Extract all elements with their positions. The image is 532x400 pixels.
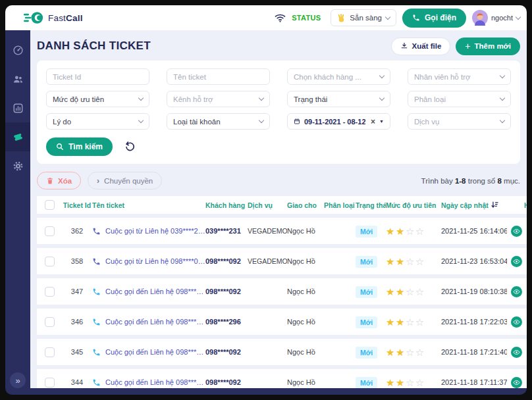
priority-stars: ★★☆☆ [386, 378, 441, 388]
add-new-button[interactable]: + Thêm mới [456, 38, 520, 55]
view-ticket-button[interactable] [511, 256, 522, 267]
customer-phone-link[interactable]: 039****231 [205, 227, 248, 235]
export-file-button[interactable]: Xuất file [391, 38, 451, 55]
filter-category-select[interactable]: Phân loại [408, 91, 511, 107]
fastcall-logo-icon [24, 11, 43, 24]
main-content: DANH SÁCH TICKET Xuất file + Thêm mới [30, 30, 527, 388]
filter-ticket-name-input[interactable] [167, 68, 270, 85]
sidebar-item-tickets[interactable] [5, 122, 30, 151]
col-customer: Khách hàng [205, 201, 248, 209]
gauge-icon [13, 45, 24, 56]
call-direction-phone-icon [92, 378, 101, 387]
priority-stars: ★★☆☆ [386, 226, 441, 236]
star-filled-icon: ★ [386, 317, 396, 327]
delete-button[interactable]: Xóa [37, 172, 81, 189]
ticket-id-cell: 362 [62, 227, 92, 235]
sidebar-item-settings[interactable] [5, 151, 30, 180]
row-checkbox[interactable] [45, 347, 55, 357]
filter-service-select[interactable]: Dịch vụ [408, 113, 511, 130]
clear-icon[interactable]: × [371, 117, 375, 126]
customer-phone-link[interactable]: 098****092 [205, 257, 248, 265]
filter-priority-select[interactable]: Mức độ ưu tiên [46, 91, 149, 107]
download-icon [400, 42, 408, 50]
logo-text: FastCall [48, 13, 83, 23]
fastcall-logo[interactable]: FastCall [24, 11, 83, 24]
star-filled-icon: ★ [386, 287, 396, 297]
star-empty-icon: ☆ [415, 378, 425, 388]
table-row: 362 Cuộc gọi từ Liên hệ 039****231 039**… [37, 218, 527, 244]
filter-account-type-select[interactable]: Loại tài khoản [167, 113, 270, 130]
view-ticket-button[interactable] [511, 226, 522, 237]
star-empty-icon: ☆ [406, 257, 415, 266]
status-badge: Mới [356, 316, 377, 328]
ticket-id-cell: 358 [62, 257, 92, 265]
view-ticket-button[interactable] [511, 286, 522, 297]
star-filled-icon: ★ [396, 287, 406, 297]
ticket-title-link[interactable]: Cuộc gọi đến Liên hệ 098****296 [105, 318, 205, 326]
filter-ticket-id-input[interactable] [46, 68, 149, 85]
view-ticket-button[interactable] [511, 316, 522, 328]
customer-phone-link[interactable]: 098****092 [205, 348, 248, 356]
ticket-title-link[interactable]: Cuộc gọi từ Liên hệ 098****092 [105, 257, 205, 265]
ticket-id-cell: 346 [62, 318, 92, 326]
user-menu[interactable]: ngocht [472, 10, 520, 26]
sidebar-item-reports[interactable] [5, 93, 30, 122]
call-button[interactable]: Gọi điện [402, 9, 466, 28]
service-cell: VEGADEMO [248, 257, 287, 265]
ticket-id-cell: 345 [62, 348, 92, 356]
status-badge: Mới [356, 347, 377, 359]
col-assignee: Giao cho [287, 201, 324, 209]
row-checkbox[interactable] [45, 257, 55, 266]
window-frame: FastCall STATUS Sẵn sàng [0, 0, 532, 400]
star-empty-icon: ☆ [415, 226, 425, 236]
col-priority: Mức độ ưu tiên [386, 201, 441, 209]
star-filled-icon: ★ [396, 317, 406, 327]
availability-dropdown[interactable]: Sẵn sàng [331, 9, 396, 26]
priority-stars: ★★☆☆ [386, 287, 441, 297]
chevron-down-icon [500, 118, 505, 123]
star-empty-icon: ☆ [406, 317, 415, 327]
ticket-name-cell: Cuộc gọi từ Liên hệ 039****231 [92, 227, 205, 236]
customer-phone-link[interactable]: 098****092 [205, 378, 248, 386]
col-actions: Hành động [507, 201, 527, 209]
customer-phone-link[interactable]: 098****296 [205, 318, 248, 326]
assignee-cell: Ngọc Hồ [287, 348, 324, 356]
filter-date-range-picker[interactable]: 09-11-2021 - 08-12-2021×▼ [287, 113, 390, 130]
table-row: 358 Cuộc gọi từ Liên hệ 098****092 098**… [37, 248, 527, 274]
row-checkbox[interactable] [45, 287, 55, 297]
sidebar-collapse-button[interactable]: » [10, 372, 26, 388]
sidebar-item-dashboard[interactable] [5, 36, 30, 64]
ticket-title-link[interactable]: Cuộc gọi từ Liên hệ 039****231 [105, 227, 205, 235]
transfer-button[interactable]: › Chuyển quyền [88, 172, 162, 189]
col-updated-sortable[interactable]: Ngày cập nhật [441, 201, 507, 209]
updated-at-cell: 2021-11-23 16:53:04 [441, 257, 507, 265]
filter-status-select[interactable]: Trạng thái [287, 91, 390, 107]
filter-customer-select[interactable]: Chọn khách hàng ... [287, 68, 390, 85]
view-ticket-button[interactable] [511, 347, 522, 358]
table-row: 344 Cuộc gọi đến Liên hệ 098****092 098*… [37, 369, 527, 388]
date-range-value: 09-11-2021 - 08-12-2021 [304, 118, 365, 126]
assignee-cell: Ngọc Hồ [287, 257, 324, 265]
filter-reason-select[interactable]: Lý do [46, 113, 149, 130]
row-checkbox[interactable] [45, 226, 55, 236]
row-checkbox[interactable] [45, 317, 55, 327]
eye-icon [513, 288, 520, 295]
chevron-down-icon [385, 14, 390, 19]
search-button[interactable]: Tìm kiếm [46, 138, 113, 156]
ticket-title-link[interactable]: Cuộc gọi đến Liên hệ 098****092 [105, 348, 205, 356]
select-all-checkbox[interactable] [45, 200, 55, 210]
star-filled-icon: ★ [396, 257, 406, 266]
reset-filters-button[interactable] [124, 141, 136, 153]
filter-support-channel-select[interactable]: Kênh hỗ trợ [167, 91, 270, 107]
customer-phone-link[interactable]: 098****092 [205, 288, 248, 295]
status-badge: Mới [356, 256, 377, 268]
ticket-title-link[interactable]: Cuộc gọi đến Liên hệ 098****092 [105, 378, 205, 386]
table-row: 346 Cuộc gọi đến Liên hệ 098****296 098*… [37, 309, 527, 335]
chevron-down-icon [259, 118, 264, 123]
filter-support-staff-select[interactable]: Nhân viên hỗ trợ [408, 68, 511, 85]
ticket-title-link[interactable]: Cuộc gọi đến Liên hệ 098****092 [105, 288, 205, 295]
status-badge: Mới [356, 286, 377, 298]
sidebar-item-contacts[interactable] [5, 64, 30, 93]
view-ticket-button[interactable] [511, 377, 522, 388]
row-checkbox[interactable] [45, 378, 55, 388]
